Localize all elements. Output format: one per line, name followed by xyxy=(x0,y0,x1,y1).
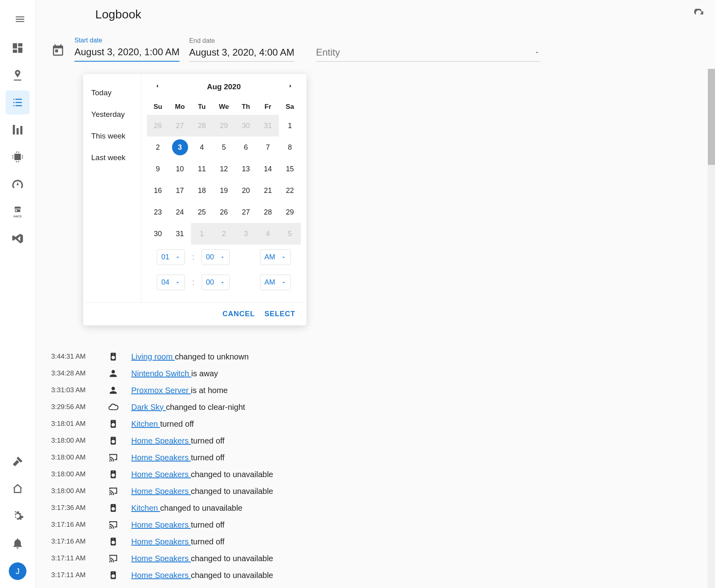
calendar-day[interactable]: 3 xyxy=(169,136,191,158)
calendar-day-prev[interactable]: 29 xyxy=(213,115,235,136)
calendar-day[interactable]: 17 xyxy=(169,180,191,201)
calendar-day[interactable]: 12 xyxy=(213,158,235,180)
end-date-field[interactable]: End date August 3, 2020, 4:00 AM xyxy=(189,37,294,62)
log-row: 3:31:03 AMProxmox Server is at home xyxy=(51,382,699,399)
scrollbar[interactable] xyxy=(708,69,715,588)
calendar-day-prev[interactable]: 26 xyxy=(147,115,169,136)
calendar-day[interactable]: 28 xyxy=(257,201,279,223)
log-text: Home Speakers changed to unavailable xyxy=(131,470,273,479)
sidebar-item-overview[interactable] xyxy=(6,36,30,60)
calendar-day[interactable]: 20 xyxy=(235,180,257,201)
log-text: Home Speakers turned off xyxy=(131,520,224,530)
calendar-day-next[interactable]: 1 xyxy=(191,223,213,245)
entity-link[interactable]: Home Speakers xyxy=(131,436,191,445)
sidebar-item-history[interactable] xyxy=(6,118,30,142)
calendar-day[interactable]: 8 xyxy=(279,136,301,158)
start-date-value: August 3, 2020, 1:00 AM xyxy=(74,45,180,62)
entity-link[interactable]: Home Speakers xyxy=(131,537,191,546)
calendar-day[interactable]: 31 xyxy=(169,223,191,245)
sidebar-item-hacs[interactable]: HACS xyxy=(6,199,30,223)
sidebar-item-supervisor[interactable] xyxy=(6,477,30,501)
log-row: 3:17:11 AMHome Speakers changed to unava… xyxy=(51,550,699,567)
preset-yesterday[interactable]: Yesterday xyxy=(83,104,141,125)
calendar-day[interactable]: 19 xyxy=(213,180,235,201)
calendar-day[interactable]: 5 xyxy=(213,136,235,158)
start-ampm-select[interactable]: AM xyxy=(260,249,291,265)
calendar-day-next[interactable]: 3 xyxy=(235,223,257,245)
preset-last-week[interactable]: Last week xyxy=(83,147,141,169)
calendar-day[interactable]: 24 xyxy=(169,201,191,223)
calendar-day[interactable]: 16 xyxy=(147,180,169,201)
entity-link[interactable]: Kitchen xyxy=(131,504,160,512)
preset-this-week[interactable]: This week xyxy=(83,125,141,147)
start-minute-select[interactable]: 00 xyxy=(202,249,230,265)
sidebar-item-config[interactable] xyxy=(6,504,30,528)
calendar-day-next[interactable]: 4 xyxy=(257,223,279,245)
calendar-day[interactable]: 27 xyxy=(235,201,257,223)
calendar-day[interactable]: 21 xyxy=(257,180,279,201)
select-button[interactable]: SELECT xyxy=(264,310,295,318)
calendar-day[interactable]: 26 xyxy=(213,201,235,223)
entity-link[interactable]: Home Speakers xyxy=(131,554,191,563)
sidebar-item-devtools[interactable] xyxy=(6,450,30,474)
calendar-day[interactable]: 10 xyxy=(169,158,191,180)
log-time: 3:18:00 AM xyxy=(51,487,95,495)
calendar-day-next[interactable]: 5 xyxy=(279,223,301,245)
end-ampm-select[interactable]: AM xyxy=(260,275,291,290)
sidebar-item-notifications[interactable] xyxy=(6,531,30,555)
calendar-day[interactable]: 14 xyxy=(257,158,279,180)
calendar-day-prev[interactable]: 30 xyxy=(235,115,257,136)
entity-link[interactable]: Home Speakers xyxy=(131,470,191,479)
log-time: 3:31:03 AM xyxy=(51,386,95,394)
calendar-day[interactable]: 9 xyxy=(147,158,169,180)
next-month-button[interactable] xyxy=(286,81,295,92)
entity-link[interactable]: Home Speakers xyxy=(131,453,191,462)
calendar-day[interactable]: 22 xyxy=(279,180,301,201)
calendar-day-prev[interactable]: 27 xyxy=(169,115,191,136)
user-avatar[interactable]: J xyxy=(9,562,26,580)
calendar-day[interactable]: 18 xyxy=(191,180,213,201)
calendar-day-prev[interactable]: 31 xyxy=(257,115,279,136)
calendar-day[interactable]: 11 xyxy=(191,158,213,180)
entity-link[interactable]: Nintendo Switch xyxy=(131,369,191,378)
speaker-icon xyxy=(107,570,119,580)
calendar-day-prev[interactable]: 28 xyxy=(191,115,213,136)
calendar-day[interactable]: 15 xyxy=(279,158,301,180)
menu-button[interactable] xyxy=(12,11,28,27)
preset-today[interactable]: Today xyxy=(83,82,141,104)
entity-link[interactable]: Proxmox Server xyxy=(131,386,191,395)
log-row: 3:18:01 AMKitchen turned off xyxy=(51,415,699,432)
sidebar-item-logbook[interactable] xyxy=(6,90,30,114)
calendar-day[interactable]: 30 xyxy=(147,223,169,245)
sidebar-item-map[interactable] xyxy=(6,63,30,87)
scrollbar-thumb[interactable] xyxy=(708,69,715,165)
calendar-day-next[interactable]: 2 xyxy=(213,223,235,245)
calendar-day[interactable]: 13 xyxy=(235,158,257,180)
calendar-day[interactable]: 29 xyxy=(279,201,301,223)
entity-link[interactable]: Kitchen xyxy=(131,419,160,428)
entity-link[interactable]: Home Speakers xyxy=(131,487,191,496)
entity-link[interactable]: Dark Sky xyxy=(131,403,166,411)
calendar-day[interactable]: 1 xyxy=(279,115,301,136)
end-hour-select[interactable]: 04 xyxy=(157,275,185,290)
calendar-day[interactable]: 6 xyxy=(235,136,257,158)
calendar-day[interactable]: 2 xyxy=(147,136,169,158)
sidebar-item-esphome[interactable] xyxy=(6,145,30,169)
start-hour-select[interactable]: 01 xyxy=(157,249,185,265)
cancel-button[interactable]: CANCEL xyxy=(222,310,255,318)
entity-link[interactable]: Living room xyxy=(131,352,175,361)
calendar-day[interactable]: 7 xyxy=(257,136,279,158)
prev-month-button[interactable] xyxy=(152,81,162,92)
entity-link[interactable]: Home Speakers xyxy=(131,520,191,529)
calendar-day[interactable]: 4 xyxy=(191,136,213,158)
entity-link[interactable]: Home Speakers xyxy=(131,571,191,580)
start-date-field[interactable]: Start date August 3, 2020, 1:00 AM xyxy=(74,37,180,62)
entity-select[interactable]: Entity xyxy=(316,44,540,62)
calendar-day[interactable]: 23 xyxy=(147,201,169,223)
sidebar-item-vscode[interactable] xyxy=(6,227,30,251)
end-minute-select[interactable]: 00 xyxy=(202,275,230,290)
refresh-button[interactable] xyxy=(691,6,707,22)
log-text: Home Speakers changed to unavailable xyxy=(131,554,273,563)
calendar-day[interactable]: 25 xyxy=(191,201,213,223)
sidebar-item-gauge[interactable] xyxy=(6,172,30,196)
